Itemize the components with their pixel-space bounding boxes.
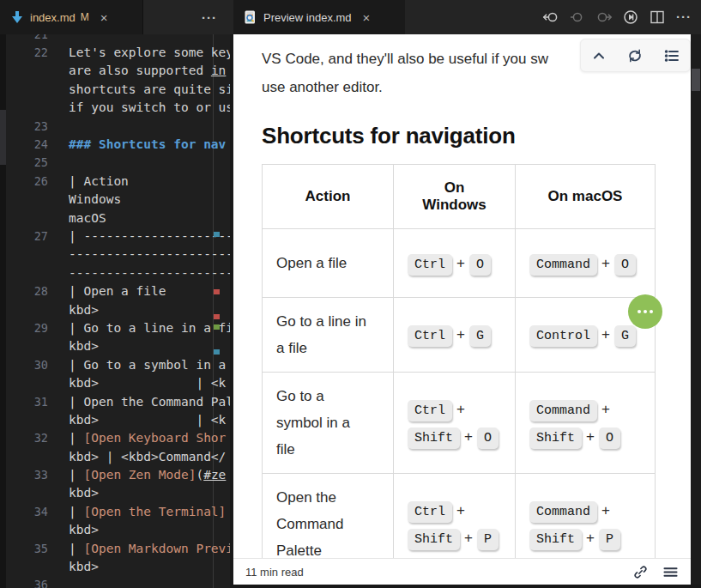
- overview-decoration: [214, 349, 220, 355]
- refresh-icon[interactable]: [625, 46, 644, 65]
- line-number: 23: [0, 119, 48, 133]
- git-modified-badge: M: [81, 11, 89, 23]
- bottom-edge: [233, 585, 701, 588]
- kbd-key: Command: [529, 400, 597, 421]
- line-number: 29: [0, 321, 48, 335]
- code-line: are also supported in: [0, 62, 230, 80]
- split-editor-icon[interactable]: [649, 9, 666, 26]
- code-line: kbd> | <k: [0, 410, 230, 428]
- markdown-preview-panel: VS Code, and they'll also be useful if y…: [233, 34, 701, 588]
- overview-decoration: [214, 289, 220, 294]
- line-number: 35: [0, 542, 48, 555]
- collapse-up-icon[interactable]: [589, 46, 608, 65]
- editor-actions: ···: [542, 0, 692, 34]
- code-line: kbd>: [0, 300, 230, 318]
- line-number: 28: [0, 284, 48, 298]
- editor-tab-bar: index.md M × ··· Preview index.md ×: [0, 0, 701, 34]
- menu-icon[interactable]: [662, 564, 679, 580]
- kbd-key: P: [599, 529, 620, 550]
- windows-shortcut-cell: Ctrl+Shift+O: [394, 373, 516, 474]
- close-tab-icon[interactable]: ×: [360, 10, 373, 25]
- code-line: kbd>: [0, 521, 230, 539]
- action-cell: Open a file: [263, 229, 394, 298]
- code-line: Windows: [0, 191, 230, 209]
- more-actions-icon[interactable]: ···: [675, 9, 692, 26]
- paragraph-line: use another editor.: [262, 73, 701, 101]
- code-line: 27| --------------------: [0, 227, 230, 245]
- tab-preview-index-md[interactable]: Preview index.md ×: [233, 0, 405, 34]
- table-row: Go to a line in a fileCtrl+GControl+G: [263, 298, 656, 373]
- table-row: Open a fileCtrl+OCommand+O: [263, 229, 656, 298]
- kbd-key: Ctrl: [408, 501, 452, 523]
- tab-label: Preview index.md: [263, 11, 352, 24]
- code-line: 22Let's explore some key: [0, 43, 230, 61]
- kbd-key: O: [599, 427, 620, 449]
- markdown-source-editor[interactable]: 2122Let's explore some keyare also suppo…: [0, 34, 230, 588]
- preview-floating-toolbar: [580, 39, 691, 72]
- code-line: 29| Go to a line in a fi: [0, 318, 230, 336]
- kbd-key: Command: [529, 501, 597, 523]
- code-line: 32| [Open Keyboard Shor: [0, 429, 230, 447]
- macos-shortcut-cell: Command+O: [516, 229, 656, 298]
- windows-shortcut-cell: Ctrl+G: [394, 298, 516, 373]
- line-number: 31: [0, 395, 48, 409]
- go-previous-icon[interactable]: [569, 9, 586, 26]
- overview-decoration: [214, 314, 220, 319]
- line-number: 26: [0, 174, 48, 188]
- code-area: 2122Let's explore some keyare also suppo…: [0, 34, 230, 588]
- code-line: 25: [0, 154, 230, 172]
- line-number: 30: [0, 358, 48, 372]
- code-line: 28| Open a file: [0, 282, 230, 300]
- code-line: 26| Action: [0, 172, 230, 190]
- vscode-window: index.md M × ··· Preview index.md ×: [0, 0, 701, 588]
- run-or-debug-icon[interactable]: [622, 9, 639, 26]
- code-line: ----------------------: [0, 246, 230, 264]
- kbd-key: Shift: [408, 427, 460, 449]
- kbd-key: Shift: [408, 529, 460, 550]
- close-tab-icon[interactable]: ×: [98, 10, 111, 25]
- tab-index-md[interactable]: index.md M ×: [0, 0, 143, 34]
- code-line: 30| Go to a symbol in a: [0, 355, 230, 373]
- kbd-key: O: [469, 254, 491, 276]
- table-header: On Windows: [394, 165, 516, 229]
- tab-overflow-icon[interactable]: ···: [192, 0, 227, 34]
- markdown-file-icon: [10, 10, 24, 24]
- tab-label: index.md: [30, 11, 76, 24]
- read-time-label: 11 min read: [245, 566, 619, 579]
- line-number: 24: [0, 137, 48, 151]
- code-line: ----------------------: [0, 264, 230, 282]
- code-line: 34| [Open the Terminal]: [0, 502, 230, 520]
- line-number: 32: [0, 431, 48, 445]
- kbd-key: Ctrl: [408, 325, 452, 347]
- code-line: kbd>: [0, 484, 230, 502]
- markdown-preview-file-icon: [244, 10, 257, 24]
- preview-scrollbar[interactable]: [691, 34, 701, 588]
- table-row: Go to a symbol in a fileCtrl+Shift+OComm…: [263, 373, 656, 474]
- code-line: 24### Shortcuts for nav: [0, 135, 230, 153]
- floating-more-button[interactable]: [628, 294, 662, 329]
- code-line: if you switch to or us: [0, 99, 230, 117]
- go-forward-icon[interactable]: [595, 9, 613, 26]
- go-back-icon[interactable]: [542, 9, 559, 26]
- code-line: 31| Open the Command Pal: [0, 392, 230, 410]
- code-line: kbd> | <k: [0, 373, 230, 391]
- code-line: kbd>: [0, 557, 230, 575]
- kbd-key: G: [469, 325, 491, 347]
- code-line: macOS: [0, 209, 230, 227]
- code-line: 35| [Open Markdown Previ: [0, 539, 230, 557]
- list-outline-icon[interactable]: [662, 46, 681, 65]
- code-line: 36: [0, 576, 230, 588]
- action-cell: Go to a line in a file: [263, 298, 394, 373]
- kbd-key: Ctrl: [408, 400, 452, 421]
- windows-shortcut-cell: Ctrl+O: [394, 229, 516, 298]
- code-line: 33| [Open Zen Mode](#ze: [0, 465, 230, 483]
- table-header: On macOS: [516, 165, 656, 229]
- code-line: shortcuts are quite si: [0, 80, 230, 98]
- code-line: kbd> | <kbd>Command</: [0, 447, 230, 465]
- overview-decoration: [214, 324, 220, 330]
- code-line: 21: [0, 34, 230, 43]
- copy-link-icon[interactable]: [632, 564, 649, 580]
- action-cell: Go to a symbol in a file: [263, 373, 394, 474]
- kbd-key: Control: [529, 325, 597, 347]
- kbd-key: O: [614, 254, 636, 276]
